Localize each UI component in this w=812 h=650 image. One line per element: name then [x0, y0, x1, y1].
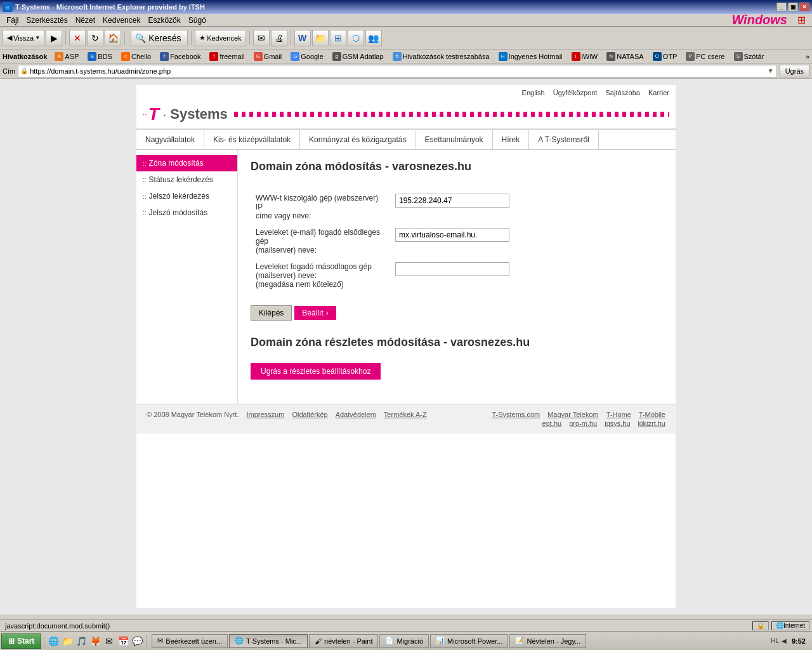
- section2-title: Domain zóna részletes módosítása - varos…: [251, 336, 663, 353]
- bookmark-gmail[interactable]: G Gmail: [250, 51, 286, 62]
- toolbar: ◀ Vissza ▼ ▶ ✕ ↻ 🏠 🔍 Keresés ★ Kedvencek…: [0, 27, 812, 50]
- nav-nagyvallalatok[interactable]: Nagyvállalatok: [136, 130, 204, 149]
- stop-button[interactable]: ✕: [69, 30, 86, 46]
- word-icon[interactable]: W: [294, 30, 311, 46]
- nav-menu: Nagyvállalatok Kis- és középvállalatok K…: [136, 129, 676, 150]
- close-button[interactable]: ✕: [799, 3, 809, 11]
- forward-button[interactable]: ▶: [46, 30, 62, 46]
- refresh-button[interactable]: ↻: [87, 30, 103, 46]
- bookmark-natasa[interactable]: N NATASA: [603, 51, 647, 62]
- search-area: 🔍 Keresés: [131, 30, 188, 46]
- search-icon[interactable]: 🔍 Keresés: [131, 30, 188, 46]
- footer-tmobile[interactable]: T-Mobile: [639, 411, 665, 418]
- sidebar-item-zona-modositas[interactable]: :: Zóna módosítás: [136, 155, 237, 171]
- top-link-ugyfelkozpont[interactable]: Ügyfélközpont: [553, 89, 598, 96]
- bookmark-iwiw[interactable]: i iWiW: [568, 51, 602, 62]
- print-button[interactable]: 🖨: [271, 30, 287, 46]
- bookmark-freemail[interactable]: f freemail: [206, 51, 248, 62]
- windows-button[interactable]: ⊞: [330, 30, 346, 46]
- mailserver-secondary-input[interactable]: [395, 262, 509, 276]
- menu-help[interactable]: Súgó: [185, 16, 210, 25]
- go-button[interactable]: Ugrás: [780, 65, 809, 77]
- footer-link-termekek[interactable]: Termékek A-Z: [384, 411, 427, 427]
- folder-button[interactable]: 📁: [312, 30, 329, 46]
- bookmark-gsm[interactable]: g GSM Adatlap: [329, 51, 388, 62]
- form-row-3: Leveleket fogadó másodlagos gép(mailserv…: [251, 258, 663, 293]
- window-title: T-Systems - Microsoft Internet Explorer …: [15, 3, 205, 11]
- bookmarks-label: Hivatkozások: [3, 53, 47, 60]
- back-dropdown-icon[interactable]: ▼: [35, 35, 40, 41]
- address-input[interactable]: [30, 65, 765, 77]
- logo-company: Systems: [170, 106, 228, 123]
- top-link-sajtoszoba[interactable]: Sajtószoba: [605, 89, 639, 96]
- top-link-karrier[interactable]: Karrier: [648, 89, 669, 96]
- arrow-icon: ›: [326, 308, 329, 317]
- top-link-english[interactable]: English: [522, 89, 545, 96]
- bookmark-hotmail[interactable]: H Ingyenes Hotmail: [495, 51, 566, 62]
- detail-button[interactable]: Ugrás a részletes beállításokhoz: [251, 363, 381, 380]
- bookmark-pc-csere[interactable]: P PC csere: [682, 51, 728, 62]
- bookmark-bds[interactable]: B BDS: [84, 51, 116, 62]
- webserver-ip-input[interactable]: [395, 194, 509, 208]
- back-button[interactable]: ◀ Vissza ▼: [3, 30, 44, 46]
- footer-link-adatvedelem[interactable]: Adatvédelem: [336, 411, 376, 427]
- users-button[interactable]: 👥: [365, 30, 382, 46]
- menu-favorites[interactable]: Kedvencek: [99, 16, 144, 25]
- sidebar-item-jelszo-leker[interactable]: :: Jelszó lekérdezés: [136, 188, 237, 204]
- title-bar: e T-Systems - Microsoft Internet Explore…: [0, 0, 812, 14]
- field1-cell: [390, 190, 663, 224]
- minimize-button[interactable]: _: [776, 3, 787, 11]
- bds-icon: B: [88, 52, 96, 61]
- menu-file[interactable]: Fájl: [3, 16, 22, 25]
- sidebar-item-jelszo-mod[interactable]: :: Jelszó módosítás: [136, 204, 237, 221]
- bookmark-otp[interactable]: O OTP: [649, 51, 681, 62]
- bookmarks-more[interactable]: »: [806, 53, 809, 60]
- bluetooth-button[interactable]: ⬡: [348, 30, 364, 46]
- footer-link-oldalterkep[interactable]: Oldaltérkép: [292, 411, 327, 427]
- exit-button[interactable]: Kilépés: [251, 305, 292, 321]
- star-icon: ★: [199, 34, 206, 42]
- bookmark-google[interactable]: G Google: [287, 51, 327, 62]
- nav-kormany[interactable]: Kormányzat és közigazgatás: [300, 130, 416, 149]
- menu-edit[interactable]: Szerkesztés: [22, 16, 71, 25]
- footer-kikizrt[interactable]: kikizrt.hu: [638, 420, 665, 427]
- site-header: ·· T · Systems: [136, 100, 676, 129]
- address-input-wrap: 🔒 ▼: [18, 65, 776, 77]
- favorites-button[interactable]: ★ Kedvencek: [195, 30, 246, 46]
- footer-thome[interactable]: T-Home: [606, 411, 631, 418]
- restore-button[interactable]: ▣: [788, 3, 798, 11]
- footer-magyar-telekom[interactable]: Magyar Telekom: [547, 411, 599, 418]
- nav-hirek[interactable]: Hírek: [493, 130, 530, 149]
- footer-ept[interactable]: ept.hu: [542, 420, 562, 427]
- nav-about[interactable]: A T-Systemsről: [529, 130, 598, 149]
- set-button[interactable]: Beállít ›: [294, 306, 336, 320]
- mailserver-primary-input[interactable]: [395, 228, 509, 242]
- mail-button[interactable]: ✉: [253, 30, 270, 46]
- nav-esettanulmany[interactable]: Esettanulmányok: [416, 130, 493, 149]
- freemail-icon: f: [209, 52, 218, 61]
- address-label: Cím: [3, 67, 15, 75]
- footer-iqsys[interactable]: iqsys.hu: [605, 420, 630, 427]
- bookmark-chello[interactable]: c Chello: [117, 51, 155, 62]
- bookmark-facebook[interactable]: f Facebook: [156, 51, 204, 62]
- bullet-icon3: ::: [143, 193, 147, 200]
- bookmark-szotar[interactable]: S Szótár: [730, 51, 768, 62]
- google-icon: G: [291, 52, 299, 61]
- dropdown-icon[interactable]: ▼: [765, 67, 776, 74]
- footer-link-impresszum[interactable]: Impresszum: [246, 411, 284, 427]
- footer-tsystems[interactable]: T-Systems.com: [492, 411, 540, 418]
- footer-prom[interactable]: pro-m.hu: [569, 420, 597, 427]
- window-controls[interactable]: _ ▣ ✕: [776, 3, 809, 11]
- facebook-icon: f: [160, 52, 169, 61]
- home-button[interactable]: 🏠: [105, 30, 121, 46]
- bookmark-asp[interactable]: A ASP: [51, 51, 82, 62]
- menu-view[interactable]: Nézet: [72, 16, 99, 25]
- menu-tools[interactable]: Eszközök: [144, 16, 184, 25]
- form-table: WWW-t kiszolgáló gép (webszerver) IPcíme…: [251, 190, 663, 293]
- bookmarks-bar: Hivatkozások A ASP B BDS c Chello f Face…: [0, 50, 812, 63]
- ssl-icon: 🔒: [18, 65, 30, 77]
- bookmark-hivatkozasok[interactable]: h Hivatkozások testreszabása: [389, 51, 494, 62]
- nav-kis-kozep[interactable]: Kis- és középvállalatok: [204, 130, 300, 149]
- field1-label: WWW-t kiszolgáló gép (webszerver) IPcíme…: [251, 190, 390, 224]
- sidebar-item-statusz[interactable]: :: Státusz lekérdezés: [136, 171, 237, 188]
